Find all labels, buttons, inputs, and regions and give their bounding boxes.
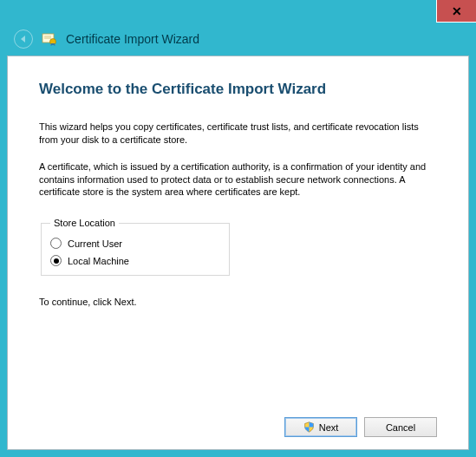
- close-button[interactable]: ✕: [436, 0, 476, 23]
- radio-current-user[interactable]: Current User: [50, 238, 220, 249]
- store-location-legend: Store Location: [50, 218, 119, 228]
- content-panel: Welcome to the Certificate Import Wizard…: [7, 55, 469, 450]
- intro-paragraph-2: A certificate, which is issued by a cert…: [39, 160, 437, 199]
- page-heading: Welcome to the Certificate Import Wizard: [39, 81, 437, 98]
- radio-local-machine[interactable]: Local Machine: [50, 255, 220, 266]
- radio-icon: [50, 238, 62, 249]
- cancel-button-label: Cancel: [386, 422, 415, 433]
- wizard-window: ✕ Certificate Import Wizard Welcome to t…: [0, 0, 476, 457]
- store-location-group: Store Location Current User Local Machin…: [41, 218, 230, 276]
- title-bar: ✕: [0, 0, 476, 23]
- cancel-button[interactable]: Cancel: [364, 417, 437, 437]
- next-button[interactable]: Next: [284, 417, 357, 437]
- wizard-title: Certificate Import Wizard: [66, 32, 199, 46]
- certificate-icon: [42, 31, 57, 47]
- button-row: Next Cancel: [39, 412, 437, 437]
- radio-label: Current User: [68, 238, 122, 249]
- back-button: [14, 29, 33, 49]
- wizard-header: Certificate Import Wizard: [0, 23, 476, 55]
- next-button-label: Next: [319, 422, 339, 433]
- radio-label: Local Machine: [68, 256, 129, 266]
- continue-hint: To continue, click Next.: [39, 297, 437, 307]
- radio-icon: [50, 255, 62, 266]
- intro-paragraph-1: This wizard helps you copy certificates,…: [39, 121, 437, 147]
- close-icon: ✕: [452, 4, 462, 18]
- arrow-left-icon: [21, 36, 25, 42]
- shield-icon: [303, 421, 315, 433]
